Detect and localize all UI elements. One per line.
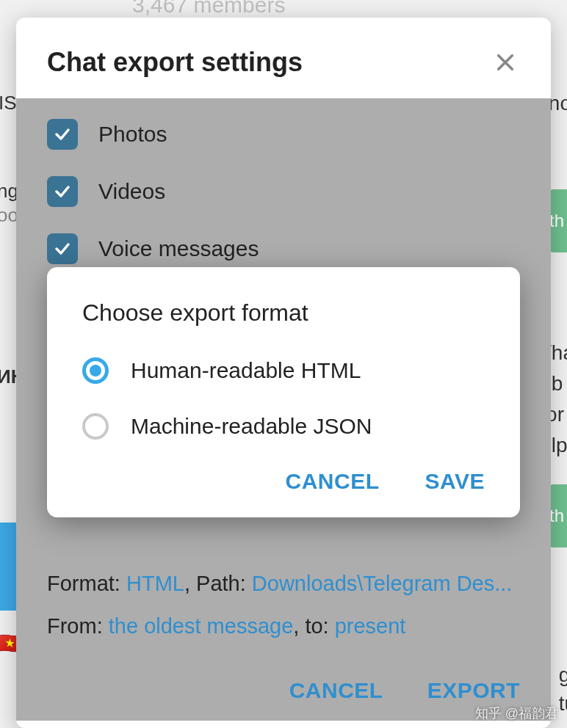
save-button[interactable]: SAVE — [425, 469, 485, 494]
format-label: Format: — [47, 572, 120, 595]
checkbox-voice[interactable] — [47, 233, 78, 264]
path-link[interactable]: Downloads\Telegram Des... — [252, 572, 513, 595]
to-label: , to: — [293, 614, 328, 638]
watermark: 知乎 @福韵君 — [475, 705, 558, 722]
radio-label: Human-readable HTML — [131, 358, 361, 383]
path-label: , Path: — [184, 572, 246, 595]
checkbox-videos[interactable] — [47, 176, 78, 207]
checkbox-photos[interactable] — [47, 119, 78, 150]
checkbox-label: Photos — [98, 122, 167, 147]
dialog-header: Chat export settings — [16, 18, 551, 98]
from-label: From: — [47, 614, 103, 638]
dialog-body: Photos Videos Voice messages Choose expo… — [16, 98, 551, 721]
dialog-title: Chat export settings — [47, 47, 303, 78]
radio-json[interactable] — [82, 413, 109, 440]
checkbox-label: Voice messages — [98, 236, 259, 261]
bg-text: no — [549, 92, 567, 115]
format-dialog-title: Choose export format — [82, 299, 485, 327]
members-count: 3,467 members — [132, 0, 285, 18]
bg-text: IS — [0, 92, 17, 114]
radio-html-row[interactable]: Human-readable HTML — [82, 357, 485, 384]
to-link[interactable]: present — [335, 614, 406, 638]
format-dialog: Choose export format Human-readable HTML… — [47, 267, 520, 517]
check-icon — [54, 183, 71, 200]
radio-label: Machine-readable JSON — [131, 414, 372, 439]
cancel-button[interactable]: CANCEL — [286, 469, 380, 494]
checkbox-videos-row[interactable]: Videos — [47, 176, 520, 207]
bg-text: g,tu — [559, 660, 567, 718]
export-info: Format: HTML, Path: Downloads\Telegram D… — [47, 562, 520, 647]
format-link[interactable]: HTML — [126, 572, 184, 595]
radio-html[interactable] — [82, 357, 109, 384]
dialog-actions: CANCEL EXPORT — [289, 678, 520, 703]
check-icon — [54, 240, 71, 258]
format-dialog-actions: CANCEL SAVE — [82, 469, 485, 494]
close-button[interactable] — [491, 48, 520, 77]
from-link[interactable]: the oldest message — [109, 614, 293, 638]
checkbox-voice-row[interactable]: Voice messages — [47, 233, 520, 264]
radio-json-row[interactable]: Machine-readable JSON — [82, 413, 485, 440]
cancel-button[interactable]: CANCEL — [289, 678, 383, 703]
check-icon — [54, 125, 71, 143]
export-settings-dialog: Chat export settings Photos Videos Voice… — [16, 18, 551, 728]
export-button[interactable]: EXPORT — [427, 678, 520, 703]
checkbox-label: Videos — [98, 179, 165, 204]
close-icon — [495, 52, 516, 73]
checkbox-photos-row[interactable]: Photos — [47, 119, 520, 150]
